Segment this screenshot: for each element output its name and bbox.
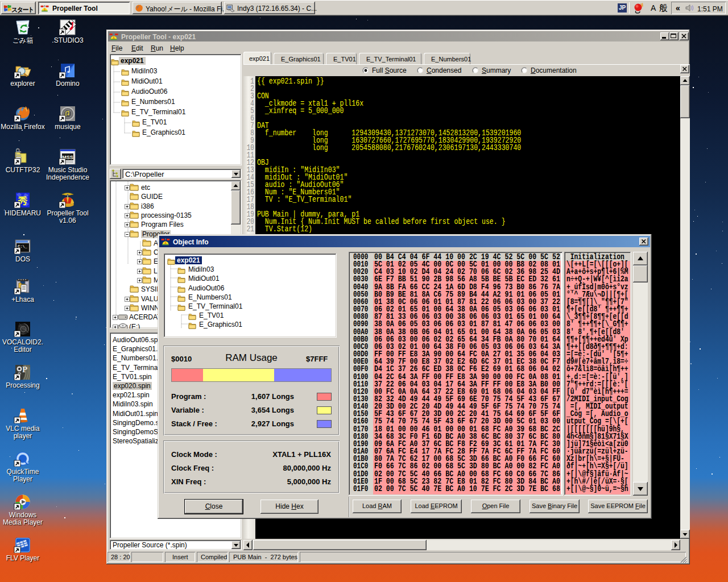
- svg-text:P: P: [22, 365, 27, 374]
